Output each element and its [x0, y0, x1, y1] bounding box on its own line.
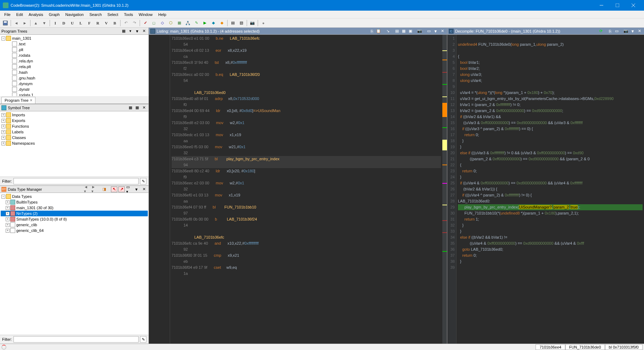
- decompile-line[interactable]: bVar1 = (param_2 & 0xffffffffff) != 0;: [458, 102, 643, 108]
- tree-item[interactable]: .dynsym: [1, 81, 148, 87]
- run-button[interactable]: ▶: [201, 19, 209, 27]
- menu-file[interactable]: File: [1, 12, 13, 17]
- tree-toggle[interactable]: +: [1, 119, 5, 123]
- snapshot-button[interactable]: 📷: [623, 28, 629, 34]
- nav-up-button[interactable]: ▲: [32, 19, 40, 27]
- listing-line[interactable]: 7101b36ed0 a8 bf 01 adrp x8,0x710532d000: [172, 96, 441, 102]
- decompile-line[interactable]: }: [458, 222, 643, 228]
- listing-line[interactable]: 92: [172, 246, 441, 252]
- listing-line[interactable]: ca: [172, 54, 441, 60]
- listing-line[interactable]: 97: [172, 210, 441, 216]
- listing-line[interactable]: 94: [172, 162, 441, 168]
- diff-button[interactable]: ▣: [407, 28, 414, 34]
- listing-line[interactable]: f9: [172, 114, 441, 120]
- trace-button[interactable]: ⬡: [167, 19, 175, 27]
- menu-help[interactable]: Help: [155, 12, 169, 17]
- decompile-line[interactable]: [458, 265, 643, 271]
- filter-options-button[interactable]: ✎: [140, 336, 146, 343]
- listing-line[interactable]: eb: [172, 259, 441, 265]
- decompile-line[interactable]: {: [458, 162, 643, 168]
- tree-item[interactable]: .hash: [1, 70, 148, 75]
- nav-down-button[interactable]: ▼: [40, 19, 48, 27]
- decompile-line[interactable]: FUN_7101b1bb10(*(undefined8 *)(param_1 +…: [458, 210, 643, 216]
- decompile-line[interactable]: else if (((uVar3 & 0xffffffffff) != 0 &&…: [458, 150, 643, 156]
- maximize-button[interactable]: [609, 0, 625, 11]
- listing-code[interactable]: 7101b36ec0 e1 01 00 b.ne LAB_7101b36efc …: [170, 35, 442, 344]
- menu-select[interactable]: Select: [105, 12, 121, 17]
- tree-item[interactable]: .dynstr: [1, 87, 148, 92]
- tree-toggle[interactable]: +: [6, 229, 10, 233]
- listing-line[interactable]: 7101b36eec e2 03 00 mov w2,#0x1: [172, 180, 441, 186]
- dtm-forward-button[interactable]: ► ▾: [91, 187, 97, 192]
- listing-line[interactable]: 7101b36ed4 00 69 44 ldr x0,[x8, #0x8d0]=…: [172, 108, 441, 114]
- menu-button[interactable]: ▼: [629, 28, 636, 34]
- listing-line[interactable]: 7101b36f00 3f 01 15 cmp x9,x21: [172, 252, 441, 259]
- tree-toggle[interactable]: +: [1, 124, 5, 128]
- decompile-line[interactable]: [458, 35, 643, 41]
- listing-line[interactable]: 54: [172, 78, 441, 84]
- tree-item[interactable]: .text: [1, 41, 148, 47]
- decompile-line[interactable]: }: [458, 259, 643, 265]
- decompile-line[interactable]: }: [458, 138, 643, 144]
- decompile-line[interactable]: undefined4 FUN_7101b36de0(long param_1,u…: [458, 41, 643, 48]
- new-button[interactable]: ▦: [127, 105, 134, 111]
- tree-toggle[interactable]: +: [1, 141, 5, 145]
- copy-button[interactable]: ⎘: [369, 28, 375, 34]
- tree-toggle[interactable]: +: [6, 217, 10, 221]
- listing-line[interactable]: f2: [172, 66, 441, 72]
- edit-fields-button[interactable]: ▤: [394, 28, 400, 34]
- listing-line[interactable]: 14: [172, 222, 441, 228]
- new-window-button[interactable]: ▤: [229, 19, 237, 27]
- symbol-tree[interactable]: +Imports+Exports+Functions+Labels+Classe…: [0, 111, 149, 177]
- snapshot-button[interactable]: 📷: [248, 19, 256, 27]
- decompile-line[interactable]: uVar4 = *(ulong *)(*(long *)(param_1 + 0…: [458, 90, 643, 96]
- menu-graph[interactable]: Graph: [46, 12, 63, 17]
- tree-toggle[interactable]: +: [6, 223, 10, 227]
- dtm-collapse-button[interactable]: ◨: [101, 187, 107, 192]
- decompile-line[interactable]: [458, 48, 643, 54]
- program-tree-tab[interactable]: Program Tree ×: [1, 97, 35, 104]
- listing-line[interactable]: 7101b36ee8 80 c2 40 ldr x0,[x20, #0x180]: [172, 168, 441, 174]
- decompile-line[interactable]: if (((uVar3 ^ param_2) & 0xffffffffff) =…: [458, 126, 643, 132]
- listing-line[interactable]: 7101b36ec4 c8 02 13 eor x8,x22,x19: [172, 48, 441, 54]
- menu-search[interactable]: Search: [86, 12, 105, 17]
- datatype-tree[interactable]: −Data Types+BuiltInTypes+main_1301 (30 o…: [0, 193, 149, 335]
- listing-line[interactable]: f0: [172, 102, 441, 108]
- tree-toggle[interactable]: +: [6, 200, 10, 204]
- browser-field-button[interactable]: ▦: [401, 28, 407, 34]
- listing-line[interactable]: 7101b36ef4 07 93 ff bl FUN_7101b1bb10: [172, 204, 441, 210]
- decompile-line[interactable]: {: [458, 54, 643, 60]
- decompile-line[interactable]: }: [458, 228, 643, 234]
- undo-button[interactable]: ↶: [122, 19, 130, 27]
- tree-toggle[interactable]: +: [1, 113, 5, 117]
- tree-item[interactable]: .rela.dyn: [1, 58, 148, 64]
- listing-line[interactable]: 54: [172, 41, 441, 48]
- goto-ref-button[interactable]: R: [94, 19, 102, 27]
- decompile-line[interactable]: LAB_7101b36ed0:: [458, 198, 643, 204]
- decompile-line[interactable]: return 0;: [458, 132, 643, 138]
- tree-toggle[interactable]: +: [6, 206, 10, 210]
- dtm-root[interactable]: −Data Types: [1, 194, 148, 199]
- decompile-line[interactable]: ulong uVar3;: [458, 72, 643, 78]
- decompile-line[interactable]: (bVar2 && bVar1)) {: [458, 186, 643, 192]
- decompile-line[interactable]: ((uVar3 & 0xff0000000000) == 0xd90000000…: [458, 120, 643, 126]
- listing-line[interactable]: 1a: [172, 271, 441, 277]
- tree-toggle[interactable]: +: [1, 136, 5, 140]
- listing-line[interactable]: aa: [172, 138, 441, 144]
- symbol-tree-item[interactable]: +Imports: [1, 112, 148, 118]
- close-panel-button[interactable]: ✕: [439, 28, 446, 34]
- goto-label-button[interactable]: L: [77, 19, 85, 27]
- help-button[interactable]: ●: [259, 19, 267, 27]
- symbol-tree-item[interactable]: +Namespaces: [1, 140, 148, 146]
- tree-item[interactable]: .plt: [1, 47, 148, 52]
- dtm-item[interactable]: +generic_clib_64: [1, 228, 148, 233]
- filter-options-button[interactable]: ✎: [140, 178, 146, 184]
- tree-item[interactable]: .rodata.1: [1, 92, 148, 96]
- stop-button[interactable]: ◆: [209, 19, 217, 27]
- close-panel-button[interactable]: ✕: [141, 187, 147, 192]
- tree-item[interactable]: .rela.plt: [1, 64, 148, 70]
- decompile-line[interactable]: play_bgm_by_prc_entry_index(UiSoundManag…: [458, 204, 643, 210]
- tab-close-button[interactable]: ×: [30, 98, 32, 103]
- dtm-back-button[interactable]: ◄ ▾: [84, 187, 90, 192]
- listing-line[interactable]: 7101b36ef8 0b 00 00 b LAB_7101b36f24: [172, 216, 441, 222]
